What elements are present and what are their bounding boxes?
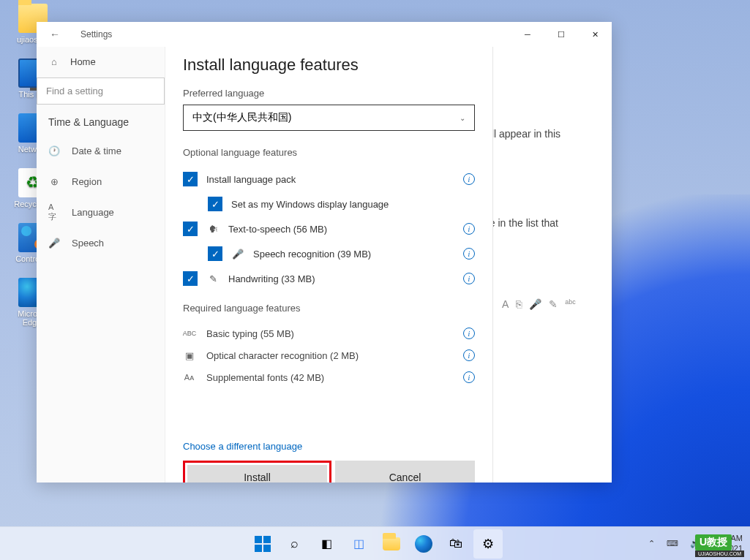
- ocr-icon: ▣: [183, 350, 196, 361]
- required-fonts: Aᴀ Supplemental fonts (42 MB) i: [183, 366, 475, 388]
- clock-icon: 🕐: [48, 145, 60, 156]
- watermark-main: U教授: [695, 534, 732, 550]
- sidebar: ⌂ Home Time & Language 🕐 Date & time ⊕ R…: [37, 47, 165, 483]
- minimize-button[interactable]: ─: [511, 22, 544, 47]
- checkbox-install-pack[interactable]: ✓: [183, 172, 198, 186]
- info-icon[interactable]: i: [463, 349, 475, 361]
- folder-icon: [383, 537, 400, 550]
- maximize-button[interactable]: ☐: [544, 22, 578, 47]
- feature-label: Set as my Windows display language: [231, 199, 475, 210]
- nav-speech[interactable]: 🎤 Speech: [37, 227, 165, 258]
- feature-capability-icons: A ⎘ 🎤 ✎ abc: [502, 298, 576, 310]
- cancel-button[interactable]: Cancel: [335, 461, 475, 483]
- main-panel: ...rer will appear in this ...guage in t…: [165, 47, 612, 483]
- search-box: [37, 77, 165, 105]
- widgets-button[interactable]: ◫: [345, 529, 374, 559]
- dialog-buttons: Install Cancel: [183, 461, 475, 483]
- windows-logo-icon: [255, 536, 271, 552]
- info-icon[interactable]: i: [463, 248, 475, 260]
- taskbar-center: ⌕ ◧ ◫ 🛍 ⚙: [248, 529, 503, 559]
- checkbox-speech-rec[interactable]: ✓: [208, 246, 222, 261]
- language-icon: A字: [48, 206, 60, 218]
- settings-window: ← Settings ─ ☐ ✕ ⌂ Home Time & Language …: [37, 22, 612, 483]
- tts-icon: 🗣: [206, 224, 220, 235]
- window-buttons: ─ ☐ ✕: [511, 22, 612, 47]
- mic-icon: 🎤: [231, 249, 244, 260]
- required-label: Optical character recognition (2 MB): [206, 350, 453, 361]
- edge-button[interactable]: [409, 529, 438, 559]
- feature-speech-rec: ✓ 🎤 Speech recognition (39 MB) i: [183, 241, 475, 266]
- explorer-button[interactable]: [377, 529, 406, 559]
- info-icon[interactable]: i: [463, 223, 475, 235]
- handwriting-icon: ✎: [549, 298, 558, 310]
- install-button-highlight: Install: [183, 461, 331, 483]
- gear-icon: ⚙: [482, 536, 494, 552]
- required-label: Supplemental fonts (42 MB): [206, 372, 453, 383]
- speech-recognition-icon: ⎘: [516, 298, 522, 310]
- home-nav[interactable]: ⌂ Home: [37, 47, 165, 76]
- checkbox-set-display[interactable]: ✓: [208, 197, 222, 211]
- info-icon[interactable]: i: [463, 371, 475, 383]
- install-button[interactable]: Install: [187, 465, 327, 483]
- close-button[interactable]: ✕: [578, 22, 612, 47]
- search-icon: ⌕: [290, 536, 299, 551]
- fonts-icon: Aᴀ: [183, 373, 196, 382]
- nav-label: Speech: [72, 238, 104, 249]
- nav-date-time[interactable]: 🕐 Date & time: [37, 135, 165, 166]
- nav-label: Language: [72, 207, 114, 218]
- feature-handwriting: ✓ ✎ Handwriting (33 MB) i: [183, 266, 475, 291]
- language-select[interactable]: 中文(中华人民共和国) ⌄: [183, 105, 475, 131]
- home-icon: ⌂: [48, 56, 60, 67]
- feature-label: Handwriting (33 MB): [228, 273, 454, 284]
- preferred-language-label: Preferred language: [183, 88, 475, 99]
- abc-icon: ABC: [183, 330, 196, 337]
- required-basic-typing: ABC Basic typing (55 MB) i: [183, 322, 475, 344]
- nav-language[interactable]: A字 Language: [37, 197, 165, 227]
- settings-body: ⌂ Home Time & Language 🕐 Date & time ⊕ R…: [37, 47, 612, 483]
- feature-label: Install language pack: [206, 174, 454, 185]
- tray-chevron-icon[interactable]: ⌃: [645, 536, 658, 551]
- ime-icon[interactable]: ⌨: [664, 536, 681, 551]
- info-icon[interactable]: i: [463, 173, 475, 185]
- watermark-sub: UJIAOSHOU.COM: [695, 550, 744, 557]
- watermark: U教授 UJIAOSHOU.COM: [695, 534, 744, 557]
- start-button[interactable]: [248, 529, 277, 559]
- checkbox-handwriting[interactable]: ✓: [183, 271, 198, 286]
- search-input[interactable]: [37, 77, 165, 105]
- mic-icon: 🎤: [529, 298, 541, 310]
- nav-label: Date & time: [72, 145, 121, 156]
- chevron-down-icon: ⌄: [460, 114, 465, 122]
- selected-language: 中文(中华人民共和国): [192, 111, 291, 124]
- dialog-title: Install language features: [183, 56, 475, 75]
- home-label: Home: [70, 56, 96, 67]
- required-ocr: ▣ Optical character recognition (2 MB) i: [183, 344, 475, 366]
- info-icon[interactable]: i: [463, 328, 475, 339]
- back-button[interactable]: ←: [50, 29, 60, 40]
- task-view-icon: ◧: [321, 537, 332, 550]
- handwriting-icon: ✎: [206, 273, 220, 284]
- abc-icon: abc: [565, 298, 576, 310]
- text-to-speech-icon: A: [502, 298, 509, 310]
- nav-region[interactable]: ⊕ Region: [37, 166, 165, 197]
- feature-tts: ✓ 🗣 Text-to-speech (56 MB) i: [183, 216, 475, 241]
- store-button[interactable]: 🛍: [441, 529, 470, 559]
- feature-install-pack: ✓ Install language pack i: [183, 167, 475, 192]
- settings-taskbar-button[interactable]: ⚙: [473, 529, 503, 559]
- info-icon[interactable]: i: [463, 273, 475, 284]
- feature-set-display: ✓ Set as my Windows display language: [183, 192, 475, 216]
- choose-different-language-link[interactable]: Choose a different language: [183, 441, 475, 452]
- nav-label: Region: [72, 176, 102, 187]
- titlebar[interactable]: ← Settings ─ ☐ ✕: [37, 22, 612, 47]
- mic-icon: 🎤: [48, 237, 60, 249]
- feature-label: Speech recognition (39 MB): [253, 249, 454, 260]
- store-icon: 🛍: [449, 536, 462, 551]
- widgets-icon: ◫: [353, 537, 364, 550]
- feature-label: Text-to-speech (56 MB): [228, 224, 454, 235]
- edge-icon: [415, 535, 432, 553]
- task-view-button[interactable]: ◧: [312, 529, 342, 559]
- window-title: Settings: [80, 29, 511, 39]
- taskbar[interactable]: ⌕ ◧ ◫ 🛍 ⚙ ⌃ ⌨ 🔊 ... AM 6/... 2021: [0, 526, 750, 560]
- checkbox-tts[interactable]: ✓: [183, 222, 198, 236]
- search-button[interactable]: ⌕: [280, 529, 310, 559]
- optional-features-label: Optional language features: [183, 147, 475, 158]
